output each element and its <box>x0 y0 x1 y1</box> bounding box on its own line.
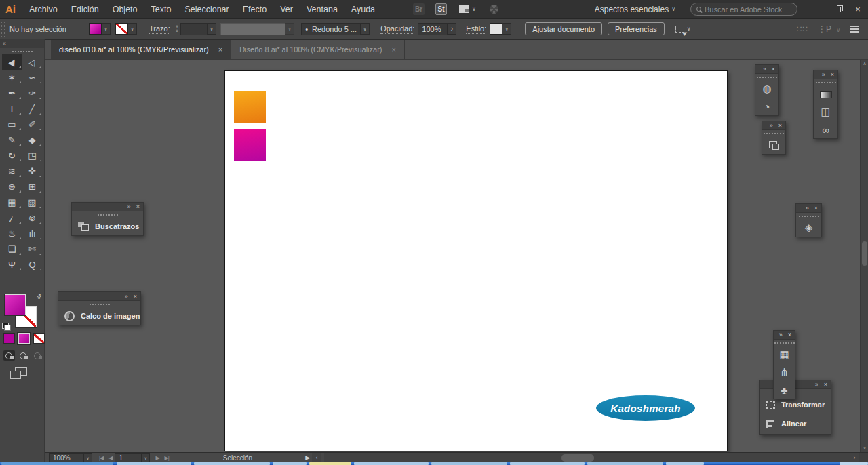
symbols-icon[interactable]: ♣ <box>774 381 795 399</box>
collapse-panel-icon[interactable]: » <box>806 205 809 211</box>
tab-document-1[interactable]: diseño 010.ai* al 100% (CMYK/Previsualiz… <box>51 40 231 59</box>
panel-header[interactable]: » × <box>796 204 821 213</box>
brush-definition-chevron[interactable]: ∨ <box>361 23 370 35</box>
column-graph-tool[interactable]: ılı <box>22 226 43 241</box>
rectangle-tool[interactable]: ▭ <box>2 117 22 132</box>
close-panel-icon[interactable]: × <box>134 294 137 300</box>
layers-panel-strip[interactable]: » × ◈ <box>795 203 822 237</box>
panel-header[interactable]: » × <box>774 331 795 340</box>
selection-tool[interactable]: ▶ <box>2 54 22 70</box>
draw-behind-icon[interactable] <box>18 350 29 361</box>
menu-item-edicion[interactable]: Edición <box>64 0 106 19</box>
tools-panel-header[interactable]: « <box>0 39 44 48</box>
horizontal-scrollbar[interactable] <box>324 453 850 463</box>
pasteboard[interactable]: Kadoshmerah » × Buscatrazos » × Calco de… <box>45 60 860 452</box>
image-trace-panel[interactable]: » × Calco de imagen <box>58 291 141 325</box>
select-similar-icon[interactable] <box>675 26 684 33</box>
screen-mode-icon[interactable] <box>15 367 27 376</box>
gradient-panel-strip[interactable]: » × ◫∞ <box>813 70 838 139</box>
scroll-right-icon[interactable]: › <box>850 453 859 463</box>
scroll-left-icon[interactable]: ‹ <box>312 453 321 463</box>
panel-tab-grip[interactable] <box>799 216 819 217</box>
taskbar-button[interactable] <box>117 462 191 465</box>
first-page-icon[interactable]: |◀ <box>99 455 103 461</box>
draw-normal-icon[interactable] <box>3 350 15 361</box>
taskbar-button[interactable] <box>354 462 429 465</box>
color-guide-icon[interactable]: ◔ <box>755 98 778 115</box>
opacity-field[interactable]: 100% <box>418 23 448 35</box>
collapse-panel-icon[interactable]: » <box>763 66 766 73</box>
minimize-button[interactable]: − <box>807 0 827 19</box>
artboard[interactable]: Kadoshmerah <box>224 70 728 451</box>
panel-header[interactable]: » × <box>762 121 785 130</box>
swap-fill-stroke-icon[interactable]: ⇄ <box>35 292 43 301</box>
zoom-level-field[interactable]: 100% <box>49 453 84 462</box>
blend-tool[interactable]: ⊚ <box>22 210 43 226</box>
panel-header[interactable]: » × <box>755 65 778 74</box>
close-panel-icon[interactable]: × <box>778 123 782 129</box>
tab-close-icon[interactable]: × <box>218 45 222 54</box>
menu-item-ayuda[interactable]: Ayuda <box>344 0 382 19</box>
fit-document-button[interactable]: Ajustar documento <box>525 22 602 35</box>
workspace-switcher[interactable]: Aspectos esenciales <box>595 5 669 14</box>
panel-header[interactable]: » × <box>72 203 143 211</box>
vertical-scrollbar[interactable]: ∧ ∨ <box>860 60 868 452</box>
taskbar-button[interactable] <box>587 462 663 465</box>
page-number-field[interactable]: 1 <box>115 453 142 462</box>
color-panel-strip[interactable]: » × ◍◔ <box>755 64 779 116</box>
transform-tab[interactable]: Transformar <box>760 395 831 415</box>
tab-document-2[interactable]: Diseño 8.ai* al 100% (CMYK/Previsualizar… <box>231 40 405 59</box>
stroke-weight-chevron[interactable]: ∨ <box>208 23 216 35</box>
taskbar-button[interactable] <box>194 462 270 465</box>
windows-taskbar[interactable] <box>0 462 868 465</box>
fill-swatch[interactable] <box>5 294 26 315</box>
taskbar-button[interactable] <box>840 462 868 465</box>
stroke-color-swatch[interactable] <box>115 23 128 35</box>
taskbar-button[interactable] <box>309 462 351 465</box>
status-expand-icon[interactable]: ▶ <box>305 454 309 461</box>
brushes-icon[interactable]: ⋔ <box>774 363 795 381</box>
stepper-down-icon[interactable]: ∨ <box>176 29 178 33</box>
brush-definition-dropdown[interactable]: • Redondo 5 ... <box>301 23 361 35</box>
menu-item-seleccionar[interactable]: Seleccionar <box>178 0 235 19</box>
fill-color-swatch[interactable] <box>89 23 102 35</box>
default-fill-stroke-icon[interactable] <box>2 323 11 331</box>
three-d-icon[interactable]: ◫ <box>814 103 837 121</box>
artboard-tool[interactable]: ❏ <box>2 241 22 257</box>
mesh-tool[interactable]: ▦ <box>2 195 22 210</box>
next-page-icon[interactable]: ▶ <box>155 455 159 461</box>
menu-item-efecto[interactable]: Efecto <box>236 0 273 19</box>
lasso-tool[interactable]: ∽ <box>22 70 43 85</box>
graphic-style-chevron[interactable]: ∨ <box>502 23 511 35</box>
gradient-icon[interactable] <box>814 85 837 103</box>
layers-icon[interactable]: ◈ <box>796 219 821 237</box>
align-tab[interactable]: Alinear <box>760 415 831 432</box>
collapse-panel-icon[interactable]: » <box>770 123 773 129</box>
collapse-icon[interactable]: « <box>3 40 6 47</box>
gpu-performance-icon[interactable] <box>490 5 498 14</box>
panel-header[interactable]: » × <box>58 292 140 301</box>
select-similar-chevron[interactable]: ∨ <box>687 26 691 32</box>
swatches-panel-strip[interactable]: » × ▦⋔♣ <box>773 330 795 399</box>
adobe-stock-icon[interactable]: St <box>435 3 447 15</box>
swatches-icon[interactable]: ▦ <box>774 346 795 363</box>
color-icon[interactable]: ◍ <box>755 80 778 98</box>
collapse-panel-icon[interactable]: » <box>779 332 783 338</box>
menu-item-ver[interactable]: Ver <box>273 0 300 19</box>
taskbar-button[interactable] <box>666 462 704 465</box>
arrange-documents-icon[interactable] <box>459 5 469 13</box>
graphic-style-swatch[interactable] <box>490 23 502 35</box>
close-panel-icon[interactable]: × <box>788 332 791 338</box>
close-panel-icon[interactable]: × <box>814 205 818 211</box>
scale-tool[interactable]: ◳ <box>22 148 43 163</box>
stroke-weight-field[interactable] <box>180 23 208 35</box>
gradient-button[interactable] <box>18 333 30 344</box>
hand-tool[interactable]: Ψ <box>2 257 22 272</box>
taskbar-button[interactable] <box>431 462 507 465</box>
symbol-sprayer-tool[interactable]: ♨ <box>2 226 22 241</box>
close-panel-icon[interactable]: × <box>831 72 834 78</box>
eyedropper-tool[interactable]: ¡ <box>2 210 22 226</box>
panel-tab-grip[interactable] <box>90 304 110 305</box>
restore-button[interactable] <box>827 0 848 19</box>
width-tool[interactable]: ≋ <box>2 163 22 179</box>
